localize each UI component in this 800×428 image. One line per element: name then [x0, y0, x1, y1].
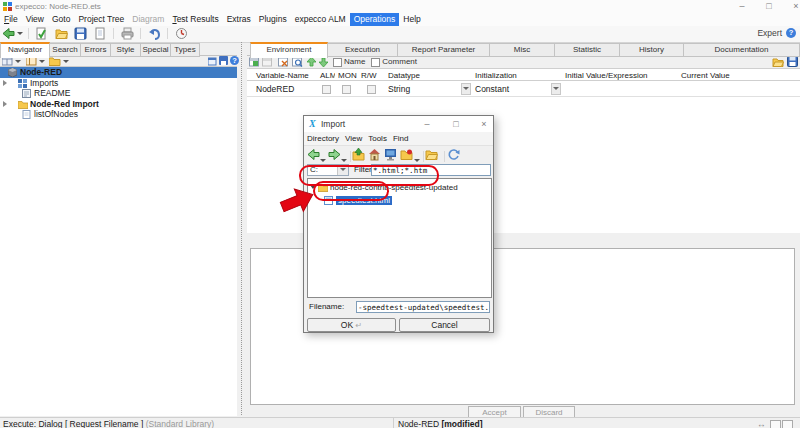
favorites-dropdown-icon[interactable] — [414, 159, 420, 162]
col-initial-value[interactable]: Initial Value/Expression — [562, 68, 679, 81]
menu-expecco-alm[interactable]: expecco ALM — [291, 13, 350, 26]
dialog-title-bar[interactable]: X Import – □ × — [304, 116, 493, 132]
tree-item-node-red-import[interactable]: Node-Red Import — [0, 99, 237, 110]
dialog-menu-tools[interactable]: Tools — [365, 132, 390, 145]
back-dropdown-icon[interactable] — [17, 32, 23, 35]
col-alm[interactable]: ALM — [317, 68, 336, 81]
filename-label: Filename: — [309, 302, 344, 311]
refresh-icon[interactable] — [447, 148, 460, 163]
scheduler-icon[interactable] — [175, 27, 188, 40]
menu-diagram: Diagram — [128, 13, 168, 26]
dir-forward-icon[interactable] — [328, 148, 341, 163]
dialog-maximize-button[interactable]: □ — [449, 118, 463, 130]
ok-button[interactable]: OK ↵ — [307, 318, 396, 332]
filename-input[interactable] — [356, 301, 490, 313]
undo-icon[interactable] — [148, 27, 161, 40]
print-icon[interactable] — [121, 27, 134, 40]
tab-special[interactable]: Special — [140, 43, 171, 57]
tab-types[interactable]: Types — [170, 43, 200, 57]
tab-style[interactable]: Style — [110, 43, 141, 57]
desktop-icon[interactable] — [384, 148, 397, 163]
tree-item-node-red[interactable]: Node-RED — [0, 67, 237, 78]
alm-checkbox[interactable] — [322, 85, 331, 94]
annotation-arrow — [279, 184, 319, 218]
menu-extras[interactable]: Extras — [223, 13, 255, 26]
cancel-button[interactable]: Cancel — [399, 318, 490, 332]
tab-history[interactable]: History — [619, 43, 684, 57]
menu-operations[interactable]: Operations — [350, 13, 400, 26]
maximize-button[interactable]: □ — [762, 0, 776, 12]
tab-environment[interactable]: Environment — [250, 42, 328, 58]
view-mode-dropdown-icon[interactable] — [15, 60, 21, 63]
dialog-menu-find[interactable]: Find — [390, 132, 412, 145]
dialog-menu-directory[interactable]: Directory — [304, 132, 342, 145]
expert-mode-label[interactable]: Expert — [757, 28, 782, 38]
folder-menu-dropdown-icon[interactable] — [63, 60, 69, 63]
col-current-value[interactable]: Current Value — [678, 68, 800, 81]
col-datatype[interactable]: Datatype — [385, 68, 473, 81]
col-variable-name[interactable]: Variable-Name — [253, 68, 318, 81]
cell-rw — [358, 82, 386, 97]
datatype-dropdown[interactable] — [461, 83, 471, 95]
back-icon[interactable] — [2, 27, 15, 40]
favorites-folder-icon[interactable] — [400, 148, 413, 163]
menu-project-tree[interactable]: Project Tree — [74, 13, 128, 26]
col-mon[interactable]: MON — [335, 68, 359, 81]
folder-menu-icon[interactable] — [49, 56, 61, 66]
open-folder-icon[interactable] — [55, 27, 68, 40]
dir-back-icon[interactable] — [307, 148, 320, 163]
cell-current-value[interactable] — [678, 82, 800, 97]
comment-checkbox[interactable] — [371, 58, 380, 67]
tree-item-readme[interactable]: README — [0, 88, 237, 99]
help-icon[interactable]: ? — [786, 28, 796, 38]
tab-search[interactable]: Search — [49, 43, 81, 57]
menu-view[interactable]: View — [22, 13, 48, 26]
tab-execution[interactable]: Execution — [327, 43, 398, 57]
name-checkbox[interactable] — [333, 58, 342, 67]
window-title: expecco: Node-RED.ets — [15, 0, 101, 13]
tab-misc[interactable]: Misc — [489, 43, 555, 57]
menu-file[interactable]: File — [0, 13, 22, 26]
cell-variable-name[interactable]: NodeRED — [253, 82, 318, 97]
tree-item-listofnodes[interactable]: listOfNodes — [0, 109, 237, 120]
layout-dropdown-icon[interactable] — [39, 60, 45, 63]
tab-navigator[interactable]: Navigator — [0, 42, 50, 58]
menu-test-results[interactable]: Test Results — [168, 13, 222, 26]
dir-forward-dropdown-icon[interactable] — [341, 159, 347, 162]
home-icon[interactable] — [368, 148, 381, 163]
environment-toolbar: NameComment — [247, 56, 800, 68]
cell-datatype[interactable]: String — [385, 82, 473, 97]
dialog-minimize-button[interactable]: – — [420, 118, 434, 130]
col-rw[interactable]: R/W — [358, 68, 386, 81]
tab-documentation[interactable]: Documentation — [683, 43, 800, 57]
menu-plugins[interactable]: Plugins — [255, 13, 291, 26]
expand-icon[interactable] — [3, 101, 7, 107]
save-icon[interactable] — [74, 27, 87, 40]
dir-back-dropdown-icon[interactable] — [320, 159, 326, 162]
menu-help[interactable]: Help — [399, 13, 424, 26]
tab-statistic[interactable]: Statistic — [554, 43, 620, 57]
dialog-open-folder-icon[interactable] — [425, 148, 438, 163]
dialog-close-button[interactable]: × — [477, 118, 491, 130]
tab-report-parameter[interactable]: Report Parameter — [397, 43, 490, 57]
cell-initialization[interactable]: Constant — [472, 82, 563, 97]
status-library-text: (Standard Library) — [146, 419, 215, 428]
tree-item-imports[interactable]: Imports — [0, 78, 237, 89]
menu-goto[interactable]: Goto — [48, 13, 74, 26]
col-initialization[interactable]: Initialization — [472, 68, 563, 81]
status-indicator-1 — [770, 420, 781, 428]
mon-checkbox[interactable] — [342, 85, 351, 94]
check-document-icon[interactable] — [35, 27, 48, 40]
initialization-dropdown[interactable] — [551, 83, 561, 95]
panel-splitter[interactable] — [237, 42, 247, 415]
dialog-menu-view[interactable]: View — [342, 132, 365, 145]
dir-up-icon[interactable] — [352, 148, 365, 163]
rw-checkbox[interactable] — [367, 85, 376, 94]
new-document-icon[interactable] — [94, 27, 107, 40]
tab-errors[interactable]: Errors — [80, 43, 111, 57]
expand-icon[interactable] — [3, 80, 7, 86]
close-button[interactable]: × — [789, 0, 800, 12]
title-bar: expecco: Node-RED.ets – □ × — [0, 0, 800, 13]
minimize-button[interactable]: – — [735, 0, 749, 12]
cell-initial-value[interactable] — [562, 82, 679, 97]
